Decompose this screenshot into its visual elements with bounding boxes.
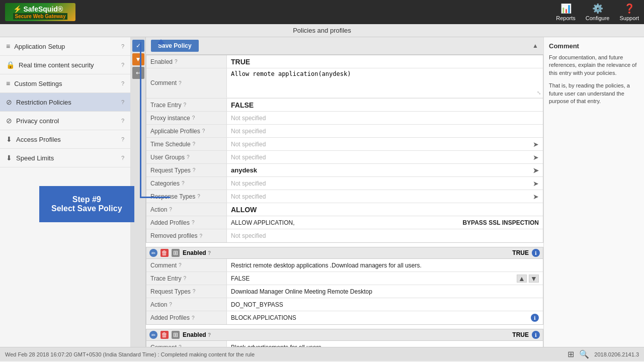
response-help-icon: ? xyxy=(197,194,200,199)
page-title: Policies and profiles xyxy=(293,27,351,34)
sidebar-item-restriction-policies[interactable]: ⊘ Restriction Policies ? xyxy=(0,93,130,112)
version-label: 2018.0206.2141.3 xyxy=(594,351,639,357)
status-bar-right: ⊞ 🔍 2018.0206.2141.3 xyxy=(568,349,639,359)
lower-trace-row-1: Trace Entry ? FALSE ▲ ▼ xyxy=(146,272,543,285)
removed-profiles-value: Not specified xyxy=(227,229,543,242)
request-types-row: Request Types ? anydesk ➤ xyxy=(146,164,543,177)
user-groups-row: User Groups ? Not specified ➤ xyxy=(146,151,543,164)
removed-help-icon: ? xyxy=(199,233,202,239)
time-schedule-value: Not specified ➤ xyxy=(227,138,543,150)
save-policy-bar: Save Policy ▲ xyxy=(146,37,543,55)
reports-button[interactable]: 📊 Reports xyxy=(556,3,576,21)
request-types-value: anydesk ➤ xyxy=(227,164,543,176)
enabled-label: Enabled ? xyxy=(146,55,227,68)
application-setup-icon: ≡ xyxy=(6,42,10,50)
delete-icon-2[interactable]: 🗑 xyxy=(160,331,169,339)
reports-icon: 📊 xyxy=(560,3,572,14)
edit-icon-1[interactable]: ✏ xyxy=(149,249,157,257)
help-icon-access-profiles: ? xyxy=(121,136,124,142)
sidebar-label-speed-limits: Speed Limits xyxy=(16,154,54,162)
sidebar-label-application-setup: Application Setup xyxy=(14,43,65,50)
move-icon-1[interactable]: ⊞ xyxy=(172,249,180,257)
time-schedule-row: Time Schedule ? Not specified ➤ xyxy=(146,138,543,151)
help-icon-custom-settings: ? xyxy=(121,80,124,86)
info-icon-2[interactable]: ℹ xyxy=(532,331,540,339)
enabled-value: TRUE xyxy=(227,55,543,68)
proxy-instance-value: Not specified xyxy=(227,112,543,124)
sidebar-item-application-setup[interactable]: ≡ Application Setup ? xyxy=(0,37,130,56)
added-profiles-help-icon: ? xyxy=(192,220,195,225)
comment-textarea[interactable]: Allow remote application(anydesk) xyxy=(227,68,543,96)
restriction-icon: ⊘ xyxy=(6,98,12,106)
categories-value: Not specified ➤ xyxy=(227,177,543,190)
trace-entry-label: Trace Entry ? xyxy=(146,99,227,111)
applicable-profiles-row: Applicable Profiles ? Not specified xyxy=(146,125,543,138)
delete-action-btn[interactable]: ▼ xyxy=(132,53,144,65)
configure-label: Configure xyxy=(586,15,610,21)
help-icon-application-setup: ? xyxy=(121,43,124,49)
page-title-bar: Policies and profiles xyxy=(0,24,644,37)
lower-trace-1: FALSE ▲ ▼ xyxy=(227,272,543,285)
removed-profiles-row: Removed profiles ? Not specified xyxy=(146,229,543,242)
lower-comment-2: Block advertisements for all users. xyxy=(227,341,543,347)
sidebar: ≡ Application Setup ? 🔒 Real time conten… xyxy=(0,37,131,347)
categories-nav-icon[interactable]: ➤ xyxy=(533,179,539,188)
sidebar-item-access-profiles[interactable]: ⬇ Access Profiles ? xyxy=(0,130,130,149)
user-groups-value: Not specified ➤ xyxy=(227,151,543,163)
trace-help-icon: ? xyxy=(184,102,187,108)
response-nav-icon[interactable]: ➤ xyxy=(533,193,539,201)
trace-up-1[interactable]: ▲ xyxy=(517,275,527,283)
user-groups-label: User Groups ? xyxy=(146,151,227,163)
lower-enabled-value-1: TRUE xyxy=(512,249,529,256)
trace-entry-row: Trace Entry ? FALSE xyxy=(146,99,543,112)
reports-label: Reports xyxy=(556,15,576,21)
real-time-icon: 🔒 xyxy=(6,61,15,69)
added-profiles-row: Added Profiles ? ALLOW APPLICATION, BYPA… xyxy=(146,216,543,229)
sidebar-label-privacy-control: Privacy control xyxy=(16,117,59,125)
help-icon-real-time: ? xyxy=(121,62,124,68)
edit-icon-2[interactable]: ✏ xyxy=(149,331,157,339)
request-nav-icon[interactable]: ➤ xyxy=(533,166,539,174)
sidebar-item-real-time-content-security[interactable]: 🔒 Real time content security ? xyxy=(0,56,130,74)
move-action-btn[interactable]: ↩ xyxy=(132,67,144,79)
logo: ⚡ SafeSquid® Secure Web Gateway xyxy=(5,3,75,21)
logo-tagline: Secure Web Gateway xyxy=(13,13,68,20)
user-groups-nav-icon[interactable]: ➤ xyxy=(533,153,539,161)
added-profiles-value: ALLOW APPLICATION, BYPASS SSL INSPECTION xyxy=(227,216,543,229)
info-icon-1[interactable]: ℹ xyxy=(532,249,540,257)
support-button[interactable]: ❓ Support xyxy=(619,3,639,21)
help-icon-speed-limits: ? xyxy=(121,155,124,161)
configure-button[interactable]: ⚙️ Configure xyxy=(586,3,610,21)
response-types-value: Not specified ➤ xyxy=(227,190,543,203)
expand-icon[interactable]: ▲ xyxy=(532,42,538,49)
support-icon: ❓ xyxy=(624,3,635,14)
action-column: ✓ ▼ ↩ xyxy=(131,37,146,347)
custom-settings-icon: ≡ xyxy=(6,79,10,87)
status-icon-1[interactable]: ⊞ xyxy=(568,349,574,359)
edit-action-btn[interactable]: ✓ xyxy=(132,40,144,52)
comment-row: Comment ? Allow remote application(anyde… xyxy=(146,68,543,99)
right-panel: Comment For documentation, and future re… xyxy=(543,37,644,347)
logo-name: ⚡ SafeSquid® xyxy=(13,5,68,13)
action-value: ALLOW xyxy=(227,203,543,216)
time-nav-icon[interactable]: ➤ xyxy=(533,140,539,148)
topbar: ⚡ SafeSquid® Secure Web Gateway 📊 Report… xyxy=(0,0,644,24)
resize-handle: ⤡ xyxy=(537,90,541,96)
content-area: ✓ ▼ ↩ Save Policy ▲ Enabled ? TRUE xyxy=(131,37,644,347)
move-icon-2[interactable]: ⊞ xyxy=(172,331,180,339)
save-policy-button[interactable]: Save Policy xyxy=(151,40,199,52)
lower-added-1: BLOCK APPLICATIONS ℹ xyxy=(227,311,543,324)
status-icon-2[interactable]: 🔍 xyxy=(579,349,589,359)
user-groups-help-icon: ? xyxy=(187,154,190,160)
lower-policy-1: ✏ 🗑 ⊞ Enabled ? TRUE ℹ Comment ? Restric… xyxy=(146,247,543,325)
sidebar-item-privacy-control[interactable]: ⊘ Privacy control ? xyxy=(0,112,130,130)
action-help-icon: ? xyxy=(169,207,172,212)
lower-request-row-1: Request Types ? Download Manager Online … xyxy=(146,285,543,298)
sidebar-label-real-time: Real time content security xyxy=(19,61,94,69)
trace-down-1[interactable]: ▼ xyxy=(529,275,539,283)
sidebar-item-speed-limits[interactable]: ⬇ Speed Limits ? xyxy=(0,149,130,167)
delete-icon-1[interactable]: 🗑 xyxy=(160,249,169,257)
sidebar-item-custom-settings[interactable]: ≡ Custom Settings ? xyxy=(0,74,130,93)
lower-action-1: DO_NOT_BYPASS xyxy=(227,298,543,311)
added-info-1[interactable]: ℹ xyxy=(531,314,539,322)
